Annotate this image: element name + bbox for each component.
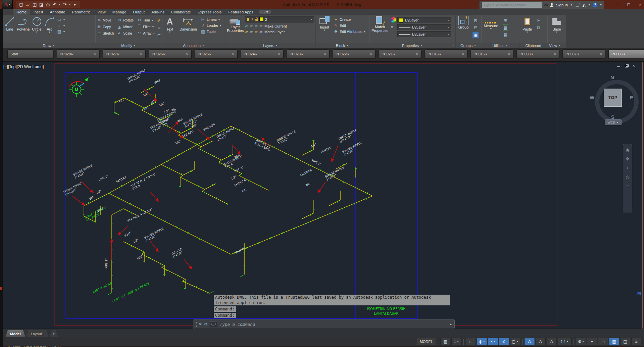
lineweight-dropdown[interactable]: ByLayer ▼ <box>397 24 451 30</box>
calculator-icon[interactable]: ▦ <box>503 32 507 37</box>
panel-title-draw[interactable]: Draw▼ <box>3 43 95 48</box>
group-edit-icon[interactable]: ⊟ <box>473 25 479 30</box>
pan-icon[interactable]: ✥ <box>626 157 630 161</box>
file-tab-pp015r[interactable]: PP015R✕ <box>470 49 513 59</box>
workspace-switching-icon[interactable]: ⚙▼ <box>576 338 586 345</box>
close-icon[interactable]: ✕ <box>554 52 556 56</box>
zoom-extents-icon[interactable]: ⌖ <box>626 166 629 170</box>
redo-button[interactable]: ↷ <box>62 1 68 8</box>
text-button[interactable]: A Text ▼ <box>163 16 176 33</box>
search-icon[interactable]: ∞ <box>544 2 548 8</box>
file-tab-pp007r[interactable]: PP007R✕ <box>562 49 605 59</box>
stretch-button[interactable]: ▱Stretch <box>97 31 114 36</box>
file-tab-pp027r[interactable]: PP027R✕ <box>103 49 146 59</box>
panel-title-properties[interactable]: Properties▼ ↘ <box>369 43 455 48</box>
file-tab-pp008r[interactable]: PP008R✕ <box>516 49 559 59</box>
orbit-icon[interactable]: ◎ <box>626 175 629 179</box>
help-chevron-icon[interactable]: ▼ <box>600 4 602 6</box>
chevron-down-icon[interactable]: ▼ <box>58 1 61 8</box>
edit-button[interactable]: ✎Edit <box>333 23 366 28</box>
layer-tool-icon[interactable]: ▱ <box>260 24 262 28</box>
command-prompt-icon[interactable]: >_▼ <box>210 321 217 327</box>
help-icon[interactable]: ? <box>593 3 597 7</box>
autodesk-a360-icon[interactable]: ◭ <box>582 2 586 7</box>
close-icon[interactable]: ✕ <box>600 52 602 56</box>
base-button[interactable]: Base ▼ <box>549 16 564 33</box>
graphics-performance-icon[interactable]: ▨ <box>609 338 619 345</box>
isometric-drafting-icon[interactable]: ×▼ <box>488 338 498 345</box>
showmotion-icon[interactable]: ▭ <box>626 184 630 188</box>
close-icon[interactable]: ✕ <box>94 52 97 56</box>
arc-button[interactable]: Arc ▼ <box>44 16 55 33</box>
layer-tool-icon[interactable]: ▱ <box>260 30 262 34</box>
panel-title-modify[interactable]: Modify▼ <box>95 43 162 48</box>
trim-button[interactable]: ✂Trim▼ <box>137 18 155 22</box>
tab-featured-apps[interactable]: Featured Apps <box>225 9 256 15</box>
close-icon[interactable]: ✕ <box>324 52 327 56</box>
layer-tool-icon[interactable]: ▱ <box>255 30 257 34</box>
panel-launcher-icon[interactable]: ↘ <box>452 44 454 47</box>
make-current-button[interactable]: Make Current <box>264 24 287 28</box>
command-input[interactable] <box>219 321 447 327</box>
annotation-monitor-icon[interactable]: + <box>587 338 597 345</box>
tab-annotate[interactable]: Annotate <box>47 9 68 15</box>
layer-tool-icon[interactable]: ▱ <box>245 30 248 34</box>
rotate-button[interactable]: ↻Rotate <box>117 18 134 22</box>
mirror-button[interactable]: ◭Mirror <box>117 24 134 30</box>
clean-screen-icon[interactable]: ◱ <box>620 338 630 345</box>
viewcube-south[interactable]: S <box>611 114 614 120</box>
tab-add-ins[interactable]: Add-ins <box>148 9 167 15</box>
new-file-button[interactable]: ▢ <box>18 1 24 8</box>
drag-handle[interactable] <box>195 321 197 327</box>
minimize-button[interactable]: – <box>616 2 618 7</box>
app-store-icon[interactable] <box>575 3 580 7</box>
create-button[interactable]: ✶Create <box>333 17 366 22</box>
annotation-scale-icon[interactable]: Λ <box>547 338 557 345</box>
ortho-mode-icon[interactable]: ∟ <box>466 338 476 345</box>
a360-chevron-icon[interactable]: ▼ <box>588 4 590 6</box>
viewcube-west[interactable]: W <box>590 95 594 100</box>
panel-title-groups[interactable]: Groups▼ <box>456 43 481 48</box>
file-tab-pp023r[interactable]: PP023R✕ <box>287 49 330 59</box>
ellipse-button[interactable]: ◌▼ <box>57 23 65 28</box>
maximize-button[interactable]: □ <box>628 2 630 7</box>
polyline-button[interactable]: Polyline <box>17 16 30 31</box>
tab-insert[interactable]: Insert <box>31 9 46 15</box>
application-menu-button[interactable]: A ▼ <box>2 0 13 9</box>
tab-parametric[interactable]: Parametric <box>69 9 94 15</box>
copy-button[interactable]: ⧉Copy <box>97 24 114 30</box>
file-tab-pp026r[interactable]: PP026R✕ <box>149 49 192 59</box>
tab-model[interactable]: Model <box>5 330 26 337</box>
tab-manage[interactable]: Manage <box>109 9 130 15</box>
move-button[interactable]: ✥Move <box>97 18 114 22</box>
close-button[interactable]: × <box>639 2 641 7</box>
qat-customize-button[interactable]: ▾ <box>72 1 78 8</box>
close-icon[interactable]: ✕ <box>140 52 143 56</box>
undo-button[interactable]: ↶ <box>52 1 58 8</box>
polar-tracking-icon[interactable]: ◎▼ <box>477 338 487 345</box>
dimension-button[interactable]: Dimension <box>178 16 199 31</box>
save-button[interactable]: ◫ <box>32 1 38 8</box>
file-tab-pp016r[interactable]: PP016R✕ <box>425 49 467 59</box>
offset-icon[interactable]: ⊂ <box>157 33 161 38</box>
measure-button[interactable]: ↔ Measure ▼ <box>483 16 499 29</box>
fillet-button[interactable]: ⌒Fillet▼ <box>137 24 155 30</box>
viewcube-east[interactable]: E <box>630 95 633 100</box>
viewcube[interactable]: N W E S TOP WCS ▼ <box>592 77 633 120</box>
viewport-restore-icon[interactable] <box>625 64 628 67</box>
viewcube-top-face[interactable]: TOP <box>604 89 622 107</box>
insert-button[interactable]: Insert ▼ <box>317 16 332 31</box>
linetype-dropdown[interactable]: ByLayer ▼ <box>397 31 451 37</box>
open-file-button[interactable]: ▱ <box>25 1 31 8</box>
snap-mode-icon[interactable]: ∷▼ <box>451 338 461 345</box>
object-snap-tracking-icon[interactable]: ∠ <box>499 338 509 345</box>
rectangle-button[interactable]: ▭▼ <box>57 17 65 22</box>
layer-tool-icon[interactable]: ▱ <box>255 24 257 28</box>
file-tab-start[interactable]: Start <box>7 49 54 59</box>
panel-title-block[interactable]: Block▼ <box>316 43 369 48</box>
layer-dropdown[interactable]: ☀ 2 ▼ <box>245 16 314 22</box>
tab-output[interactable]: Output <box>130 9 148 15</box>
panel-title-annotation[interactable]: Annotation▼ <box>162 43 225 48</box>
current-scale-button[interactable]: 1:1▼ <box>558 338 572 345</box>
drawing-canvas[interactable]: [−][Top][2D Wireframe] U <box>0 61 644 329</box>
